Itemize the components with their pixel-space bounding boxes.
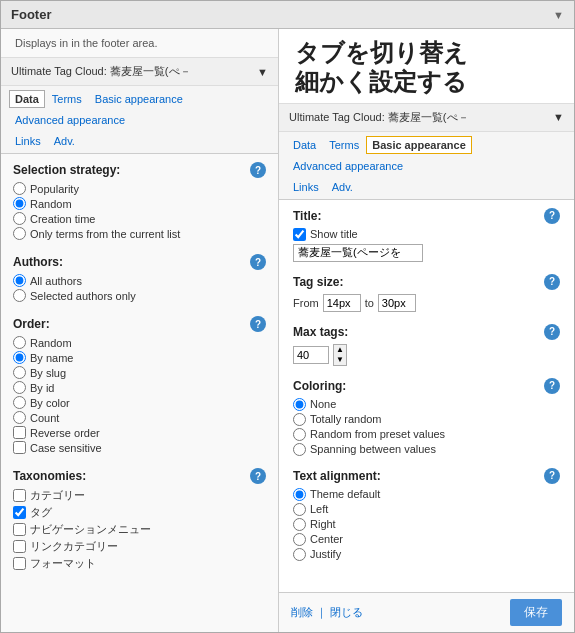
close-link[interactable]: 閉じる xyxy=(330,606,363,618)
order-title: Order: xyxy=(13,317,50,331)
order-byname-radio[interactable] xyxy=(13,351,26,364)
totally-random-radio[interactable] xyxy=(293,413,306,426)
random-radio[interactable] xyxy=(13,197,26,210)
left-form: Selection strategy: ? Popularity Random … xyxy=(1,154,278,632)
right-tab-terms[interactable]: Terms xyxy=(323,136,365,154)
left-tab-data[interactable]: Data xyxy=(9,90,45,108)
right-cloud-title-text: Ultimate Tag Cloud: 蕎麦屋一覧(ぺ－ xyxy=(289,110,469,125)
coloring-help[interactable]: ? xyxy=(544,378,560,394)
align-center-radio[interactable] xyxy=(293,533,306,546)
link-category-checkbox[interactable] xyxy=(13,540,26,553)
list-item: Random xyxy=(13,336,266,349)
left-tab-adv[interactable]: Adv. xyxy=(48,132,81,150)
list-item: カテゴリー xyxy=(13,488,266,503)
category-checkbox[interactable] xyxy=(13,489,26,502)
taxonomies-title: Taxonomies: xyxy=(13,469,86,483)
selected-authors-radio[interactable] xyxy=(13,289,26,302)
authors-help[interactable]: ? xyxy=(250,254,266,270)
from-label: From xyxy=(293,297,319,309)
order-random-radio[interactable] xyxy=(13,336,26,349)
taxonomies-section: Taxonomies: ? カテゴリー タグ ナビゲーションメニュー リンクカテ… xyxy=(13,468,266,571)
right-title-line1: タブを切り替え xyxy=(295,39,558,68)
list-item: Case sensitive xyxy=(13,441,266,454)
left-tab-terms[interactable]: Terms xyxy=(46,90,88,108)
list-item: Justify xyxy=(293,548,560,561)
delete-link[interactable]: 削除 xyxy=(291,606,313,618)
align-justify-radio[interactable] xyxy=(293,548,306,561)
authors-section: Authors: ? All authors Selected authors … xyxy=(13,254,266,302)
list-item: Reverse order xyxy=(13,426,266,439)
max-tags-row: ▲ ▼ xyxy=(293,344,560,366)
align-right-radio[interactable] xyxy=(293,518,306,531)
coloring-section: Coloring: ? None Totally random Random f… xyxy=(293,378,560,456)
popularity-radio[interactable] xyxy=(13,182,26,195)
max-tags-down[interactable]: ▼ xyxy=(334,355,346,365)
current-list-radio[interactable] xyxy=(13,227,26,240)
left-tab-advanced-appearance[interactable]: Advanced appearance xyxy=(9,111,269,129)
all-authors-radio[interactable] xyxy=(13,274,26,287)
taxonomies-help[interactable]: ? xyxy=(250,468,266,484)
right-tab-adv[interactable]: Adv. xyxy=(326,178,359,196)
order-bycolor-radio[interactable] xyxy=(13,396,26,409)
nav-menu-checkbox[interactable] xyxy=(13,523,26,536)
coloring-none-radio[interactable] xyxy=(293,398,306,411)
creation-time-radio[interactable] xyxy=(13,212,26,225)
tag-size-to-input[interactable] xyxy=(378,294,416,312)
tag-size-help[interactable]: ? xyxy=(544,274,560,290)
case-sensitive-checkbox[interactable] xyxy=(13,441,26,454)
list-item: ナビゲーションメニュー xyxy=(13,522,266,537)
right-tab-basic-appearance[interactable]: Basic appearance xyxy=(366,136,472,154)
order-help[interactable]: ? xyxy=(250,316,266,332)
random-preset-radio[interactable] xyxy=(293,428,306,441)
spanning-between-radio[interactable] xyxy=(293,443,306,456)
list-item: By name xyxy=(13,351,266,364)
order-count-radio[interactable] xyxy=(13,411,26,424)
right-footer: 削除 ｜ 閉じる 保存 xyxy=(279,592,574,632)
align-left-radio[interactable] xyxy=(293,503,306,516)
order-byid-radio[interactable] xyxy=(13,381,26,394)
list-item: リンクカテゴリー xyxy=(13,539,266,554)
right-tab-advanced-appearance[interactable]: Advanced appearance xyxy=(287,157,565,175)
right-tabs: Data Terms Basic appearance Advanced app… xyxy=(279,132,574,200)
max-tags-up[interactable]: ▲ xyxy=(334,345,346,355)
footer-separator: ｜ xyxy=(316,606,327,618)
right-tab-links[interactable]: Links xyxy=(287,178,325,196)
tag-size-from-input[interactable] xyxy=(323,294,361,312)
order-byslug-radio[interactable] xyxy=(13,366,26,379)
format-checkbox[interactable] xyxy=(13,557,26,570)
authors-title: Authors: xyxy=(13,255,63,269)
list-item: Center xyxy=(293,533,560,546)
list-item: By slug xyxy=(13,366,266,379)
title-text-input[interactable] xyxy=(293,244,423,262)
right-tab-data[interactable]: Data xyxy=(287,136,322,154)
max-tags-input[interactable] xyxy=(293,346,329,364)
show-title-label: Show title xyxy=(310,228,358,240)
tag-size-section: Tag size: ? From to xyxy=(293,274,560,312)
text-alignment-help[interactable]: ? xyxy=(544,468,560,484)
max-tags-help[interactable]: ? xyxy=(544,324,560,340)
right-cloud-arrow[interactable]: ▼ xyxy=(553,111,564,123)
left-cloud-arrow[interactable]: ▼ xyxy=(257,66,268,78)
list-item: Creation time xyxy=(13,212,266,225)
left-tab-basic-appearance[interactable]: Basic appearance xyxy=(89,90,189,108)
order-section: Order: ? Random By name By slug By id xyxy=(13,316,266,454)
title-section-title: Title: xyxy=(293,209,321,223)
list-item: Random xyxy=(13,197,266,210)
list-item: Totally random xyxy=(293,413,560,426)
show-title-row: Show title xyxy=(293,228,560,241)
widget-collapse-arrow[interactable]: ▼ xyxy=(553,9,564,21)
reverse-order-checkbox[interactable] xyxy=(13,426,26,439)
to-label: to xyxy=(365,297,374,309)
selection-strategy-help[interactable]: ? xyxy=(250,162,266,178)
widget-header: Footer ▼ xyxy=(1,1,574,29)
show-title-checkbox[interactable] xyxy=(293,228,306,241)
tag-checkbox[interactable] xyxy=(13,506,26,519)
align-theme-radio[interactable] xyxy=(293,488,306,501)
list-item: None xyxy=(293,398,560,411)
left-tab-links[interactable]: Links xyxy=(9,132,47,150)
save-button[interactable]: 保存 xyxy=(510,599,562,626)
list-item: Count xyxy=(13,411,266,424)
tag-size-title: Tag size: xyxy=(293,275,343,289)
title-section-help[interactable]: ? xyxy=(544,208,560,224)
title-section: Title: ? Show title xyxy=(293,208,560,262)
